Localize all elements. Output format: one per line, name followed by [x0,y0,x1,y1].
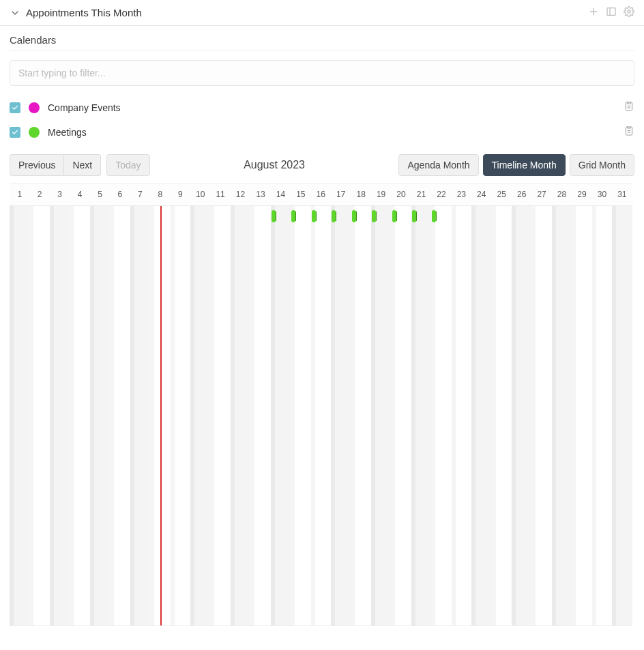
day-column[interactable] [110,206,130,625]
day-header-cell[interactable]: 31 [612,183,632,205]
day-header-cell[interactable]: 5 [90,183,110,205]
day-header-cell[interactable]: 8 [150,183,170,205]
day-header-cell[interactable]: 4 [70,183,89,205]
day-column[interactable] [512,206,531,625]
day-header-cell[interactable]: 29 [572,183,591,205]
day-column[interactable] [70,206,89,625]
day-column[interactable] [50,206,70,625]
day-column[interactable] [371,206,391,625]
timeline-event[interactable] [432,210,436,222]
day-header-cell[interactable]: 25 [492,183,512,205]
day-column-stripe [150,206,154,625]
timeline-event[interactable] [412,210,416,222]
day-header-cell[interactable]: 22 [431,183,451,205]
collapse-chevron-icon[interactable] [10,8,20,18]
day-header-cell[interactable]: 12 [231,183,250,205]
day-header-cell[interactable]: 27 [531,183,551,205]
day-column-stripe [171,206,175,625]
day-column[interactable] [552,206,572,625]
day-column[interactable] [171,206,190,625]
day-column[interactable] [592,206,612,625]
calendar-checkbox[interactable] [10,127,20,138]
day-column-stripe [50,206,54,625]
day-column[interactable] [271,206,291,625]
day-column[interactable] [492,206,512,625]
day-column[interactable] [90,206,110,625]
panel-title: Appointments This Month [26,7,142,18]
day-header-cell[interactable]: 26 [512,183,531,205]
calendar-filter-input[interactable] [10,60,634,86]
timeline-event[interactable] [332,210,336,222]
day-header-cell[interactable]: 20 [391,183,411,205]
day-column[interactable] [250,206,270,625]
day-header-cell[interactable]: 7 [130,183,150,205]
day-header-cell[interactable]: 11 [210,183,230,205]
calendar-label: Meetings [48,127,87,138]
day-header-cell[interactable]: 10 [190,183,210,205]
view-button-grid-month[interactable]: Grid Month [570,154,634,176]
calendars-section: Calendars Company Events Meetings [0,26,644,145]
day-header-cell[interactable]: 14 [271,183,291,205]
day-column[interactable] [130,206,150,625]
day-column[interactable] [612,206,632,625]
day-header-cell[interactable]: 28 [552,183,572,205]
day-column[interactable] [210,206,230,625]
calendar-checkbox[interactable] [10,102,20,113]
day-header-cell[interactable]: 23 [452,183,471,205]
day-column[interactable] [331,206,351,625]
view-button-timeline-month[interactable]: Timeline Month [483,154,566,176]
day-header-cell[interactable]: 1 [10,183,29,205]
timeline-event[interactable] [291,210,295,222]
day-column[interactable] [391,206,411,625]
view-button-agenda-month[interactable]: Agenda Month [398,154,478,176]
toolbar-left: Previous Next Today [10,154,150,176]
day-header-cell[interactable]: 13 [250,183,270,205]
view-buttons: Agenda MonthTimeline MonthGrid Month [398,154,634,176]
day-column-stripe [492,206,496,625]
day-header-cell[interactable]: 19 [371,183,391,205]
day-header-cell[interactable]: 18 [351,183,370,205]
day-column[interactable] [351,206,370,625]
timeline-body[interactable] [10,206,632,626]
timeline-event[interactable] [312,210,316,222]
day-header-cell[interactable]: 16 [311,183,331,205]
timeline-event[interactable] [272,210,276,222]
day-column[interactable] [10,206,29,625]
day-column-stripe [10,206,14,625]
day-header-cell[interactable]: 3 [50,183,70,205]
day-header-cell[interactable]: 17 [331,183,351,205]
day-column[interactable] [291,206,310,625]
day-header-cell[interactable]: 30 [592,183,612,205]
day-column[interactable] [411,206,431,625]
day-header-cell[interactable]: 15 [291,183,310,205]
day-header-cell[interactable]: 24 [471,183,491,205]
gear-icon[interactable] [624,6,634,20]
day-header-cell[interactable]: 21 [411,183,431,205]
next-button[interactable]: Next [64,154,101,176]
day-column[interactable] [471,206,491,625]
timeline-container: 1234567891011121314151617181920212223242… [0,183,644,636]
day-column[interactable] [311,206,331,625]
panel-layout-icon[interactable] [606,6,617,20]
plus-icon[interactable] [588,6,599,20]
timeline-event[interactable] [372,210,376,222]
day-header-cell[interactable]: 9 [171,183,190,205]
day-header-cell[interactable]: 6 [110,183,130,205]
day-header-cell[interactable]: 2 [29,183,49,205]
day-column[interactable] [190,206,210,625]
day-column-stripe [90,206,94,625]
today-button[interactable]: Today [106,154,149,176]
previous-button[interactable]: Previous [10,154,64,176]
day-column[interactable] [572,206,591,625]
calendar-list: Company Events Meetings [10,95,634,145]
day-column[interactable] [431,206,451,625]
clipboard-icon[interactable] [624,101,634,115]
day-column[interactable] [29,206,49,625]
calendar-color-dot [29,127,40,138]
timeline-event[interactable] [392,210,396,222]
clipboard-icon[interactable] [624,125,634,139]
day-column[interactable] [231,206,250,625]
day-column[interactable] [531,206,551,625]
timeline-event[interactable] [352,210,356,222]
day-column[interactable] [452,206,471,625]
